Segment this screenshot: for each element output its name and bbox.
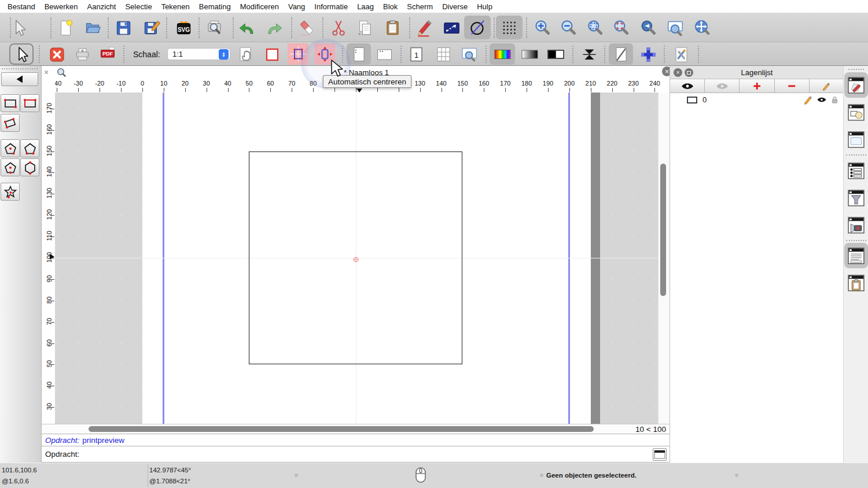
close-preview-button[interactable]: [47, 43, 67, 65]
new-document-button[interactable]: [52, 16, 79, 39]
canvas[interactable]: [55, 93, 658, 424]
panel-canvas-button[interactable]: [847, 128, 865, 150]
palette-drag-handle[interactable]: [2, 68, 38, 69]
hruler-tick: [164, 88, 164, 92]
color-output-button[interactable]: [490, 43, 515, 65]
grayscale-output-button[interactable]: [517, 43, 542, 65]
menu-vang[interactable]: Vang: [284, 2, 310, 11]
copy-button[interactable]: +: [351, 16, 378, 39]
paste-button[interactable]: [379, 16, 406, 39]
zoom-in-button[interactable]: [529, 16, 556, 39]
pan-view-button[interactable]: [689, 16, 715, 39]
isolate-layer-button[interactable]: [705, 79, 740, 93]
hruler-tick: [142, 88, 143, 92]
print-button[interactable]: [72, 43, 92, 65]
layer-lock-icon[interactable]: [830, 95, 839, 104]
edit-layer-icon[interactable]: [803, 95, 813, 105]
rectangle-3point-tool-button[interactable]: [20, 94, 39, 112]
menu-bewerken[interactable]: Bewerken: [40, 2, 83, 11]
flatten-button[interactable]: [578, 43, 600, 65]
menu-hulp[interactable]: Hulp: [472, 2, 497, 11]
select-tool-button[interactable]: [5, 16, 32, 39]
panel-clipboard-button[interactable]: [847, 272, 865, 294]
horizontal-scrollbar[interactable]: 10 < 100: [42, 424, 670, 434]
panel-filter-button[interactable]: [847, 187, 865, 209]
page-setup-button[interactable]: [609, 43, 633, 65]
stepper-icon[interactable]: ▲▼: [219, 49, 229, 60]
close-document-icon[interactable]: ×: [44, 68, 49, 77]
menu-scherm[interactable]: Scherm: [402, 2, 437, 11]
move-page-button[interactable]: [236, 43, 255, 65]
eraser-icon: [297, 18, 317, 38]
page-outline-button[interactable]: [262, 43, 282, 65]
command-input-row[interactable]: Opdracht:: [42, 446, 670, 463]
schaal-select[interactable]: 1:1▲▼: [167, 48, 230, 60]
layer-row[interactable]: 0: [670, 93, 844, 106]
panel-list-button[interactable]: [847, 160, 865, 182]
menu-selectie[interactable]: Selectie: [120, 2, 156, 11]
panel-objects-button[interactable]: [847, 101, 865, 123]
rectangle-2point-tool-button[interactable]: [1, 94, 20, 112]
hexagon-tool-button[interactable]: [20, 158, 39, 176]
collapse-palette-button[interactable]: [1, 72, 38, 86]
add-layer-button[interactable]: [740, 79, 774, 93]
zoom-indicator-icon[interactable]: [56, 67, 66, 79]
menu-tekenen[interactable]: Tekenen: [157, 2, 194, 11]
layer-visibility-icon[interactable]: [816, 96, 827, 103]
zoom-fit-button[interactable]: [582, 16, 608, 39]
single-page-button[interactable]: 1: [405, 43, 427, 65]
menu-laag[interactable]: Laag: [352, 2, 378, 11]
select-arrow-button[interactable]: [9, 43, 34, 65]
open-file-button[interactable]: [79, 16, 106, 39]
rectangle-rotated-tool-button[interactable]: [1, 114, 20, 132]
multi-page-button[interactable]: [432, 43, 454, 65]
command-window-button[interactable]: [653, 448, 667, 461]
vertical-scrollbar-thumb[interactable]: [660, 164, 666, 296]
menu-blok[interactable]: Blok: [378, 2, 402, 11]
zoom-page-button[interactable]: [458, 43, 480, 65]
export-pdf-button[interactable]: PDF: [98, 43, 117, 65]
save-as-button[interactable]: [138, 16, 165, 39]
star-tool-button[interactable]: [1, 183, 20, 201]
remove-layer-button[interactable]: [775, 79, 810, 93]
page-landscape-button[interactable]: [373, 43, 396, 65]
panel-info-button[interactable]: [847, 245, 865, 267]
snap-grid-toggle-button[interactable]: [496, 16, 523, 39]
bw-output-button[interactable]: [543, 43, 568, 65]
polygon-center-side-tool-button[interactable]: [1, 158, 20, 176]
menu-informatie[interactable]: Informatie: [310, 2, 352, 11]
dimension-tool-button[interactable]: [438, 16, 465, 39]
polygon-edge-tool-button[interactable]: [20, 139, 39, 157]
panel-presentation-button[interactable]: [847, 214, 865, 236]
print-preview-button[interactable]: [201, 16, 227, 39]
edit-layer-button[interactable]: [810, 79, 844, 93]
menu-modificeren[interactable]: Modificeren: [236, 2, 284, 11]
export-svg-button[interactable]: SVG: [170, 16, 197, 39]
show-all-layers-button[interactable]: [670, 79, 705, 93]
redo-button[interactable]: [261, 16, 288, 39]
hruler-label: 140: [436, 80, 446, 87]
dock-drag-handle[interactable]: [848, 69, 864, 70]
center-drawing-button[interactable]: [288, 43, 308, 65]
preview-options-button[interactable]: [669, 43, 693, 65]
erase-button[interactable]: [293, 16, 320, 39]
zoom-previous-button[interactable]: [635, 16, 661, 39]
panel-drawing-button[interactable]: [847, 74, 865, 96]
page-portrait-button[interactable]: [347, 43, 371, 65]
menu-bemating[interactable]: Bemating: [194, 2, 236, 11]
polygon-center-vertex-tool-button[interactable]: [1, 139, 20, 157]
circle-tool-button[interactable]: [464, 16, 491, 39]
zoom-window-button[interactable]: [662, 16, 689, 39]
draw-sketch-button[interactable]: [411, 16, 437, 39]
zoom-selection-button[interactable]: [608, 16, 634, 39]
undo-button[interactable]: [234, 16, 260, 39]
insert-mark-button[interactable]: [636, 43, 660, 65]
save-button[interactable]: [110, 16, 137, 39]
vertical-scrollbar[interactable]: [658, 93, 670, 424]
menu-bestand[interactable]: Bestand: [3, 2, 40, 11]
menu-diverse[interactable]: Diverse: [437, 2, 472, 11]
zoom-out-button[interactable]: [555, 16, 582, 39]
horizontal-scrollbar-thumb[interactable]: [89, 426, 594, 432]
cut-button[interactable]: +: [325, 16, 352, 39]
menu-aanzicht[interactable]: Aanzicht: [83, 2, 121, 11]
